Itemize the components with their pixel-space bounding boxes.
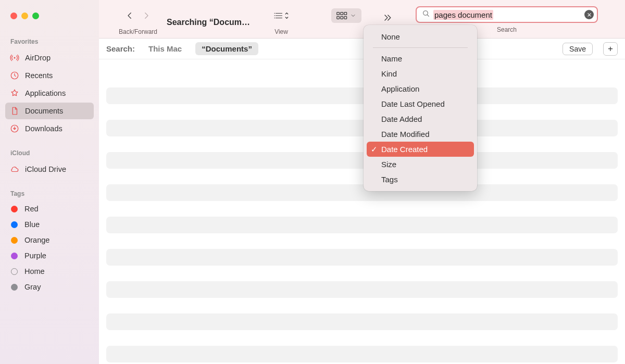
menu-item-none[interactable]: None — [364, 29, 477, 44]
cloud-icon — [9, 164, 20, 174]
group-by-button[interactable] — [331, 8, 361, 23]
finder-window: Favorites AirDrop Recents Applications D… — [0, 0, 625, 364]
sidebar-item-documents[interactable]: Documents — [5, 103, 94, 119]
sidebar-tag-orange[interactable]: Orange — [5, 233, 94, 247]
view-options-button[interactable] — [273, 8, 289, 23]
menu-item-date-last-opened[interactable]: Date Last Opened — [364, 96, 477, 111]
window-title: Searching “Docum… — [167, 13, 250, 32]
search-icon — [422, 9, 430, 20]
sidebar-item-label: Red — [24, 205, 39, 213]
list-item[interactable] — [106, 184, 618, 201]
svg-point-4 — [274, 15, 276, 16]
sidebar-item-label: Blue — [24, 220, 40, 229]
sidebar-item-label: Purple — [24, 252, 46, 260]
sidebar-item-label: Downloads — [25, 124, 63, 133]
menu-item-label: Date Created — [381, 145, 428, 154]
svg-rect-9 — [337, 17, 340, 19]
menu-item-tags[interactable]: Tags — [364, 172, 477, 187]
svg-point-5 — [274, 18, 276, 19]
list-item[interactable] — [106, 249, 618, 266]
sidebar-item-label: Documents — [25, 107, 63, 115]
clear-search-button[interactable] — [584, 10, 594, 19]
menu-item-date-created[interactable]: ✓Date Created — [367, 142, 474, 157]
search-scope-bar: Search: This Mac “Documents” Save + — [99, 39, 625, 59]
minimize-window-button[interactable] — [21, 12, 28, 19]
menu-item-label: Name — [381, 54, 402, 63]
svg-rect-6 — [337, 12, 340, 15]
group-by-menu: NoneNameKindApplicationDate Last OpenedD… — [364, 25, 477, 191]
menu-item-label: Tags — [381, 175, 398, 184]
sidebar-tag-home[interactable]: Home — [5, 264, 94, 279]
sidebar-item-airdrop[interactable]: AirDrop — [5, 49, 94, 66]
sidebar-item-label: Orange — [24, 236, 49, 244]
list-item[interactable] — [106, 152, 618, 169]
toolbar: Back/Forward Searching “Docum… View — [99, 0, 625, 39]
list-item[interactable] — [106, 120, 618, 136]
sidebar-item-icloud-drive[interactable]: iCloud Drive — [5, 161, 94, 178]
menu-item-date-added[interactable]: Date Added — [364, 111, 477, 127]
tag-dot-icon — [11, 206, 18, 212]
sidebar-item-label: Applications — [25, 89, 66, 97]
menu-item-label: Kind — [381, 69, 397, 78]
main-area: Back/Forward Searching “Docum… View — [99, 0, 625, 364]
list-item[interactable] — [106, 346, 618, 362]
svg-rect-7 — [341, 12, 343, 15]
scope-this-mac[interactable]: This Mac — [142, 42, 188, 55]
window-controls — [0, 12, 99, 19]
menu-item-label: Size — [381, 160, 396, 169]
sidebar-item-applications[interactable]: Applications — [5, 85, 94, 102]
menu-item-name[interactable]: Name — [364, 51, 477, 66]
sidebar-section-icloud: iCloud — [0, 146, 99, 160]
forward-button[interactable] — [138, 7, 155, 24]
back-forward-label: Back/Forward — [119, 28, 157, 35]
menu-item-label: Date Modified — [381, 130, 430, 139]
svg-rect-8 — [344, 12, 347, 15]
check-icon: ✓ — [371, 145, 378, 154]
sidebar-tag-blue[interactable]: Blue — [5, 217, 94, 232]
tag-outline-icon — [11, 268, 18, 275]
menu-item-size[interactable]: Size — [364, 157, 477, 172]
menu-item-date-modified[interactable]: Date Modified — [364, 127, 477, 142]
list-item[interactable] — [106, 87, 618, 104]
tag-dot-icon — [11, 221, 18, 228]
document-icon — [9, 106, 20, 116]
tag-dot-icon — [11, 284, 18, 291]
sidebar-item-downloads[interactable]: Downloads — [5, 120, 94, 137]
svg-rect-10 — [341, 17, 343, 19]
sidebar: Favorites AirDrop Recents Applications D… — [0, 0, 99, 364]
back-button[interactable] — [121, 7, 138, 24]
view-label: View — [274, 28, 288, 35]
list-item[interactable] — [106, 313, 618, 330]
sidebar-item-recents[interactable]: Recents — [5, 67, 94, 84]
sidebar-tag-red[interactable]: Red — [5, 202, 94, 216]
sidebar-tag-purple[interactable]: Purple — [5, 248, 94, 263]
sidebar-item-label: Gray — [24, 283, 41, 291]
fullscreen-window-button[interactable] — [32, 12, 39, 19]
search-value[interactable]: pages document — [433, 10, 581, 20]
sidebar-item-label: AirDrop — [25, 54, 51, 62]
menu-item-label: None — [381, 32, 400, 41]
menu-item-label: Date Last Opened — [381, 99, 445, 108]
search-label: Search — [497, 26, 517, 33]
toolbar-overflow-button[interactable] — [380, 12, 395, 23]
sidebar-tag-gray[interactable]: Gray — [5, 280, 94, 294]
svg-point-0 — [14, 57, 16, 59]
menu-item-label: Date Added — [381, 115, 422, 123]
scope-label: Search: — [106, 44, 135, 53]
sidebar-item-label: iCloud Drive — [25, 165, 66, 173]
close-window-button[interactable] — [10, 12, 17, 19]
save-search-button[interactable]: Save — [562, 43, 593, 55]
search-field[interactable]: pages document — [416, 6, 598, 23]
applications-icon — [9, 88, 20, 98]
scope-documents[interactable]: “Documents” — [195, 42, 258, 55]
menu-item-kind[interactable]: Kind — [364, 66, 477, 81]
downloads-icon — [9, 123, 20, 134]
results-area[interactable] — [99, 59, 625, 364]
menu-item-application[interactable]: Application — [364, 81, 477, 96]
tag-dot-icon — [11, 237, 18, 244]
add-criteria-button[interactable]: + — [603, 42, 618, 56]
tag-dot-icon — [11, 253, 18, 259]
list-item[interactable] — [106, 217, 618, 233]
list-item[interactable] — [106, 281, 618, 298]
sidebar-item-label: Recents — [25, 71, 53, 80]
